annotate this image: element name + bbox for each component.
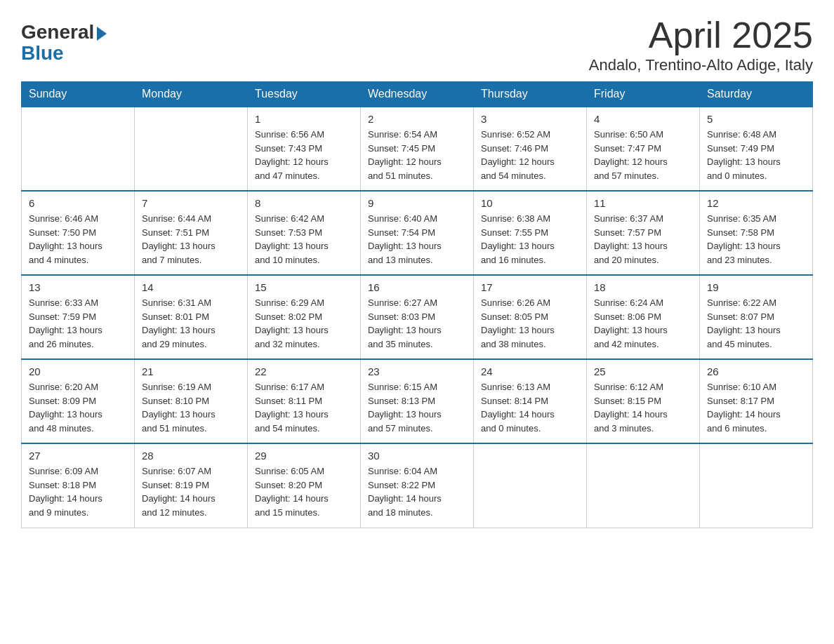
day-number: 3 [481, 113, 579, 125]
day-info: Sunrise: 6:27 AM Sunset: 8:03 PM Dayligh… [368, 296, 466, 351]
day-info: Sunrise: 6:22 AM Sunset: 8:07 PM Dayligh… [707, 296, 805, 351]
day-info: Sunrise: 6:44 AM Sunset: 7:51 PM Dayligh… [142, 212, 240, 267]
calendar-cell: 25Sunrise: 6:12 AM Sunset: 8:15 PM Dayli… [587, 359, 700, 443]
calendar-week-row: 13Sunrise: 6:33 AM Sunset: 7:59 PM Dayli… [22, 275, 813, 359]
day-number: 23 [368, 365, 466, 377]
day-info: Sunrise: 6:19 AM Sunset: 8:10 PM Dayligh… [142, 380, 240, 435]
page-header: General Blue April 2025 Andalo, Trentino… [21, 14, 813, 74]
day-info: Sunrise: 6:31 AM Sunset: 8:01 PM Dayligh… [142, 296, 240, 351]
day-info: Sunrise: 6:56 AM Sunset: 7:43 PM Dayligh… [255, 128, 353, 182]
calendar-cell: 20Sunrise: 6:20 AM Sunset: 8:09 PM Dayli… [22, 359, 135, 443]
calendar-cell: 10Sunrise: 6:38 AM Sunset: 7:55 PM Dayli… [474, 191, 587, 275]
day-info: Sunrise: 6:10 AM Sunset: 8:17 PM Dayligh… [707, 380, 805, 435]
calendar-cell: 28Sunrise: 6:07 AM Sunset: 8:19 PM Dayli… [135, 443, 248, 528]
day-info: Sunrise: 6:29 AM Sunset: 8:02 PM Dayligh… [255, 296, 353, 351]
calendar-cell: 30Sunrise: 6:04 AM Sunset: 8:22 PM Dayli… [361, 443, 474, 528]
calendar-table: SundayMondayTuesdayWednesdayThursdayFrid… [21, 81, 813, 528]
calendar-header-row: SundayMondayTuesdayWednesdayThursdayFrid… [22, 82, 813, 107]
day-info: Sunrise: 6:40 AM Sunset: 7:54 PM Dayligh… [368, 212, 466, 267]
logo: General Blue [21, 21, 107, 65]
day-number: 4 [594, 113, 692, 125]
day-number: 13 [29, 281, 127, 293]
day-info: Sunrise: 6:42 AM Sunset: 7:53 PM Dayligh… [255, 212, 353, 267]
calendar-cell: 26Sunrise: 6:10 AM Sunset: 8:17 PM Dayli… [700, 359, 813, 443]
calendar-cell: 21Sunrise: 6:19 AM Sunset: 8:10 PM Dayli… [135, 359, 248, 443]
day-number: 1 [255, 113, 353, 125]
day-info: Sunrise: 6:17 AM Sunset: 8:11 PM Dayligh… [255, 380, 353, 435]
calendar-header-thursday: Thursday [474, 82, 587, 107]
calendar-cell: 8Sunrise: 6:42 AM Sunset: 7:53 PM Daylig… [248, 191, 361, 275]
day-info: Sunrise: 6:38 AM Sunset: 7:55 PM Dayligh… [481, 212, 579, 267]
calendar-week-row: 1Sunrise: 6:56 AM Sunset: 7:43 PM Daylig… [22, 107, 813, 191]
calendar-week-row: 6Sunrise: 6:46 AM Sunset: 7:50 PM Daylig… [22, 191, 813, 275]
location-title: Andalo, Trentino-Alto Adige, Italy [589, 56, 813, 74]
day-number: 20 [29, 365, 127, 377]
calendar-cell: 24Sunrise: 6:13 AM Sunset: 8:14 PM Dayli… [474, 359, 587, 443]
day-info: Sunrise: 6:48 AM Sunset: 7:49 PM Dayligh… [707, 128, 805, 182]
day-number: 26 [707, 365, 805, 377]
day-number: 6 [29, 197, 127, 209]
day-number: 2 [368, 113, 466, 125]
day-number: 24 [481, 365, 579, 377]
calendar-cell: 27Sunrise: 6:09 AM Sunset: 8:18 PM Dayli… [22, 443, 135, 528]
calendar-cell: 3Sunrise: 6:52 AM Sunset: 7:46 PM Daylig… [474, 107, 587, 191]
calendar-cell: 9Sunrise: 6:40 AM Sunset: 7:54 PM Daylig… [361, 191, 474, 275]
day-info: Sunrise: 6:35 AM Sunset: 7:58 PM Dayligh… [707, 212, 805, 267]
day-info: Sunrise: 6:54 AM Sunset: 7:45 PM Dayligh… [368, 128, 466, 182]
day-number: 10 [481, 197, 579, 209]
day-number: 8 [255, 197, 353, 209]
day-info: Sunrise: 6:12 AM Sunset: 8:15 PM Dayligh… [594, 380, 692, 435]
title-section: April 2025 Andalo, Trentino-Alto Adige, … [589, 14, 813, 74]
day-info: Sunrise: 6:13 AM Sunset: 8:14 PM Dayligh… [481, 380, 579, 435]
day-number: 30 [368, 450, 466, 462]
month-title: April 2025 [589, 14, 813, 56]
calendar-week-row: 20Sunrise: 6:20 AM Sunset: 8:09 PM Dayli… [22, 359, 813, 443]
day-number: 25 [594, 365, 692, 377]
day-info: Sunrise: 6:20 AM Sunset: 8:09 PM Dayligh… [29, 380, 127, 435]
day-info: Sunrise: 6:46 AM Sunset: 7:50 PM Dayligh… [29, 212, 127, 267]
day-number: 16 [368, 281, 466, 293]
day-number: 11 [594, 197, 692, 209]
calendar-cell: 13Sunrise: 6:33 AM Sunset: 7:59 PM Dayli… [22, 275, 135, 359]
logo-general-text: General [21, 21, 94, 43]
calendar-cell: 2Sunrise: 6:54 AM Sunset: 7:45 PM Daylig… [361, 107, 474, 191]
day-info: Sunrise: 6:04 AM Sunset: 8:22 PM Dayligh… [368, 464, 466, 519]
calendar-cell: 1Sunrise: 6:56 AM Sunset: 7:43 PM Daylig… [248, 107, 361, 191]
calendar-cell: 7Sunrise: 6:44 AM Sunset: 7:51 PM Daylig… [135, 191, 248, 275]
day-info: Sunrise: 6:09 AM Sunset: 8:18 PM Dayligh… [29, 464, 127, 519]
calendar-header-friday: Friday [587, 82, 700, 107]
calendar-header-sunday: Sunday [22, 82, 135, 107]
calendar-cell: 23Sunrise: 6:15 AM Sunset: 8:13 PM Dayli… [361, 359, 474, 443]
calendar-header-tuesday: Tuesday [248, 82, 361, 107]
calendar-header-monday: Monday [135, 82, 248, 107]
day-info: Sunrise: 6:52 AM Sunset: 7:46 PM Dayligh… [481, 128, 579, 182]
day-info: Sunrise: 6:33 AM Sunset: 7:59 PM Dayligh… [29, 296, 127, 351]
day-number: 14 [142, 281, 240, 293]
day-number: 5 [707, 113, 805, 125]
day-number: 28 [142, 450, 240, 462]
calendar-cell: 4Sunrise: 6:50 AM Sunset: 7:47 PM Daylig… [587, 107, 700, 191]
calendar-cell [135, 107, 248, 191]
calendar-cell: 15Sunrise: 6:29 AM Sunset: 8:02 PM Dayli… [248, 275, 361, 359]
day-info: Sunrise: 6:15 AM Sunset: 8:13 PM Dayligh… [368, 380, 466, 435]
calendar-cell [22, 107, 135, 191]
calendar-week-row: 27Sunrise: 6:09 AM Sunset: 8:18 PM Dayli… [22, 443, 813, 528]
calendar-cell: 19Sunrise: 6:22 AM Sunset: 8:07 PM Dayli… [700, 275, 813, 359]
calendar-cell: 29Sunrise: 6:05 AM Sunset: 8:20 PM Dayli… [248, 443, 361, 528]
calendar-cell: 14Sunrise: 6:31 AM Sunset: 8:01 PM Dayli… [135, 275, 248, 359]
day-number: 19 [707, 281, 805, 293]
day-number: 15 [255, 281, 353, 293]
day-number: 29 [255, 450, 353, 462]
day-info: Sunrise: 6:24 AM Sunset: 8:06 PM Dayligh… [594, 296, 692, 351]
calendar-cell [700, 443, 813, 528]
day-number: 17 [481, 281, 579, 293]
calendar-header-saturday: Saturday [700, 82, 813, 107]
day-number: 7 [142, 197, 240, 209]
calendar-cell: 6Sunrise: 6:46 AM Sunset: 7:50 PM Daylig… [22, 191, 135, 275]
day-number: 12 [707, 197, 805, 209]
calendar-cell: 5Sunrise: 6:48 AM Sunset: 7:49 PM Daylig… [700, 107, 813, 191]
calendar-cell: 17Sunrise: 6:26 AM Sunset: 8:05 PM Dayli… [474, 275, 587, 359]
day-number: 9 [368, 197, 466, 209]
day-number: 27 [29, 450, 127, 462]
calendar-cell: 11Sunrise: 6:37 AM Sunset: 7:57 PM Dayli… [587, 191, 700, 275]
